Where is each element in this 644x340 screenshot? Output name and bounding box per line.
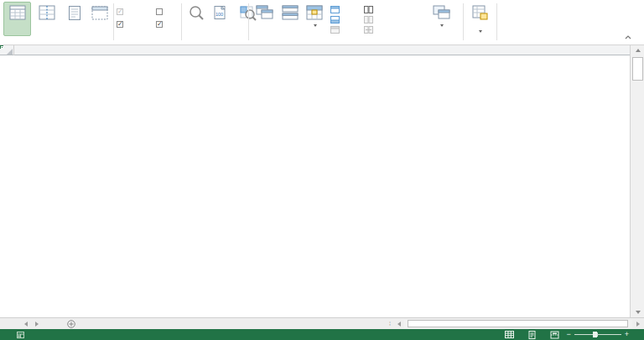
checkbox-icon	[117, 21, 123, 28]
normal-view-icon	[9, 3, 26, 22]
arrange-all-button[interactable]	[278, 2, 301, 36]
vertical-scrollbar[interactable]	[630, 45, 644, 317]
new-window-button[interactable]	[252, 2, 277, 36]
ribbon-view-tab: 100	[0, 0, 644, 45]
next-sheet-button[interactable]	[31, 318, 42, 329]
page-break-preview-button[interactable]	[33, 2, 61, 36]
switch-windows-label	[439, 22, 444, 29]
zoom-control: − +	[566, 331, 629, 338]
group-macros	[465, 0, 495, 45]
headings-checkbox[interactable]	[156, 20, 165, 29]
reset-window-position-button[interactable]	[364, 25, 376, 34]
normal-view-icon	[505, 331, 514, 338]
unhide-icon	[330, 26, 340, 34]
freeze-panes-label	[312, 22, 317, 29]
group-divider	[463, 3, 464, 40]
switch-windows-button[interactable]	[426, 2, 456, 36]
group-divider	[248, 3, 249, 40]
tab-splitter-handle[interactable]: ⁞	[389, 321, 391, 327]
zoom-slider-track[interactable]	[574, 334, 621, 335]
new-sheet-button[interactable]	[62, 318, 80, 329]
zoom-out-button[interactable]: −	[566, 331, 570, 338]
hide-button[interactable]	[330, 15, 342, 24]
selected-cell-outline[interactable]	[0, 45, 3, 49]
scroll-left-button[interactable]	[393, 322, 404, 327]
scroll-up-button[interactable]	[631, 45, 644, 55]
custom-views-button[interactable]	[86, 2, 112, 36]
arrow-up-icon	[636, 49, 641, 52]
horizontal-scrollbar[interactable]	[404, 320, 632, 328]
switch-windows-icon	[433, 3, 450, 22]
page-layout-button[interactable]	[62, 2, 86, 36]
gridlines-checkbox[interactable]	[117, 20, 126, 29]
checkbox-icon	[117, 8, 123, 15]
group-window	[250, 0, 461, 45]
checkbox-icon	[156, 21, 163, 28]
arrow-left-icon	[397, 322, 401, 327]
page-break-preview-shortcut[interactable]	[550, 331, 559, 339]
arrow-left-icon	[24, 322, 28, 327]
arrange-all-icon	[282, 3, 299, 22]
checkbox-icon	[156, 8, 163, 15]
dropdown-caret-icon	[479, 30, 482, 33]
group-divider	[181, 3, 182, 40]
page-break-preview-icon	[39, 3, 55, 22]
zoom-button[interactable]	[184, 2, 208, 36]
tab-bar-spacer	[42, 318, 62, 329]
synchronous-scrolling-button[interactable]	[364, 15, 376, 24]
hide-icon	[330, 16, 340, 24]
arrow-right-icon	[636, 322, 640, 327]
macros-button[interactable]	[466, 2, 493, 36]
formula-bar-checkbox[interactable]	[156, 8, 165, 16]
arrow-right-icon	[35, 322, 39, 327]
split-icon	[330, 6, 340, 13]
custom-views-icon	[91, 3, 108, 22]
normal-view-shortcut[interactable]	[505, 331, 514, 338]
previous-sheet-button[interactable]	[20, 318, 31, 329]
collapse-ribbon-button[interactable]	[622, 32, 634, 42]
scroll-down-button[interactable]	[631, 307, 644, 317]
zoom-slider-tick	[597, 332, 598, 337]
sheet-tab-bar: ⁞	[0, 317, 644, 329]
page-break-preview-icon	[550, 331, 559, 339]
normal-view-button[interactable]	[3, 2, 31, 36]
horizontal-scroll-zone: ⁞	[389, 318, 644, 329]
scroll-right-button[interactable]	[632, 322, 644, 327]
worksheet-area	[0, 45, 644, 317]
macro-record-icon	[17, 332, 24, 338]
zoom-100-icon: 100	[213, 3, 228, 22]
page-layout-view-shortcut[interactable]	[527, 331, 537, 339]
ruler-checkbox[interactable]	[117, 8, 126, 16]
fill-handle[interactable]	[1, 46, 3, 49]
cell-grid	[0, 55, 630, 317]
horizontal-scroll-thumb[interactable]	[408, 320, 628, 327]
zoom-in-button[interactable]: +	[625, 331, 629, 338]
chevron-up-icon	[625, 35, 631, 39]
svg-text:100: 100	[216, 12, 223, 17]
group-divider	[496, 3, 497, 40]
dropdown-caret-icon	[314, 24, 317, 27]
group-show	[114, 0, 179, 45]
split-button[interactable]	[330, 5, 342, 14]
status-bar: − +	[0, 329, 644, 340]
macros-icon	[472, 3, 488, 22]
group-workbook-views	[2, 0, 112, 45]
page-layout-icon	[68, 3, 81, 22]
synchronous-scrolling-icon	[364, 16, 373, 24]
reset-window-position-icon	[364, 26, 373, 34]
unhide-button[interactable]	[330, 25, 342, 34]
view-side-by-side-icon	[364, 6, 373, 13]
page-layout-icon	[527, 331, 537, 339]
freeze-panes-button[interactable]	[302, 2, 327, 36]
zoom-100-button[interactable]: 100	[210, 2, 231, 36]
zoom-icon	[189, 3, 205, 22]
view-side-by-side-button[interactable]	[364, 5, 376, 14]
tab-bar-spacer	[0, 318, 20, 329]
zoom-slider-thumb[interactable]	[593, 332, 597, 337]
macro-record-button[interactable]	[17, 332, 24, 338]
column-headers-row	[0, 45, 630, 55]
vertical-scroll-thumb[interactable]	[632, 57, 643, 81]
new-window-icon	[256, 3, 273, 22]
view-shortcuts	[505, 331, 559, 339]
macros-label	[477, 22, 482, 34]
